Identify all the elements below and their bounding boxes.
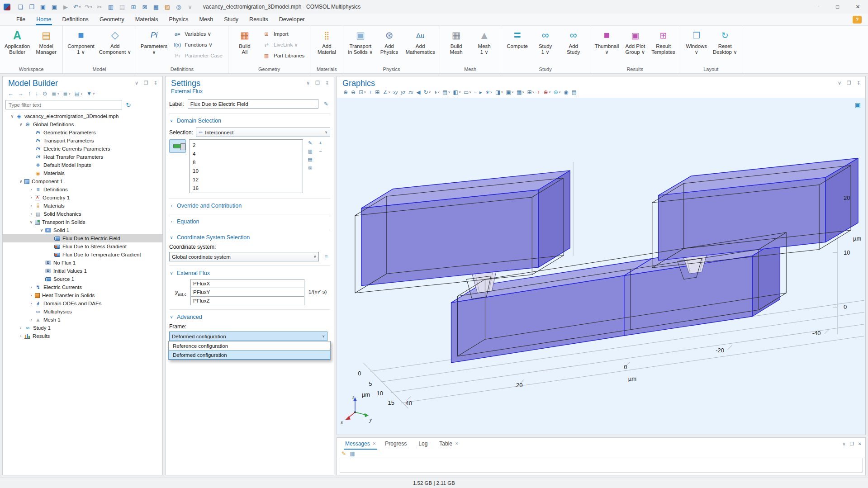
plot-window-icon[interactable]: ▣ [855,101,861,109]
menu-mesh[interactable]: Mesh [194,14,219,24]
copy-log-icon[interactable]: ▥ [350,450,355,457]
variables-button[interactable]: a= Variables ∨ [170,28,226,39]
close-button[interactable]: ✕ [848,0,868,14]
tree-item[interactable]: ∨ Transport in Solids [3,218,162,226]
tree-expander-icon[interactable]: › [28,212,34,216]
panel-menu-icon[interactable]: ∨ [133,80,140,86]
tree-expander-icon[interactable]: ∨ [28,220,34,224]
active-toggle[interactable] [169,139,186,153]
zoom-box-icon[interactable]: ⊡∨ [357,88,367,96]
tree-item[interactable]: › A Geometry 1 [3,194,162,202]
float-panel-icon[interactable]: ❐ [314,80,321,86]
tree-item[interactable]: Pi Transport Parameters [3,137,162,145]
section-coordinate-system[interactable]: ∨ Coordinate System Selection [169,233,330,242]
zx-view-icon[interactable]: zx [407,89,415,96]
livelink-button[interactable]: ⇄ LiveLink ∨ [259,39,308,50]
tab-progress[interactable]: Progress [380,438,414,450]
flux-input[interactable] [190,279,304,288]
pin-panel-icon[interactable]: ↧ [324,80,330,86]
grid-icon[interactable]: ▦∨ [515,88,526,96]
zoom-in-icon[interactable]: ⊕ [342,88,350,96]
section-equation[interactable]: › Equation [169,218,330,226]
transparency-icon[interactable]: ◨∨ [494,88,504,96]
print-icon[interactable]: ▤ [570,88,578,96]
move-down-icon[interactable]: ↓ [33,90,41,98]
domain-list-item[interactable]: 10 [190,167,303,175]
menu-materials[interactable]: Materials [130,14,164,24]
tree-item[interactable]: ∨ D Solid 1 [3,226,162,234]
tree-item[interactable]: ∞ Multiphysics [3,308,162,316]
minimize-button[interactable]: – [807,0,827,14]
result-templates-button[interactable]: ⊞ Result Templates [649,27,677,55]
back-icon[interactable]: ← [6,90,16,98]
menu-geometry[interactable]: Geometry [94,14,130,24]
study-1-button[interactable]: ∞ Study 1 ∨ [531,27,560,55]
model-tree-view-icon[interactable]: ▤∨ [72,90,84,98]
float-messages-icon[interactable]: ❐ [850,441,854,446]
windows-button[interactable]: ❐ Windows ∨ [683,27,711,55]
dropdown-option[interactable]: Deformed configuration [169,351,330,360]
tree-expander-icon[interactable]: › [18,326,24,330]
tree-item[interactable]: › ▤ Solid Mechanics [3,210,162,218]
tree-item[interactable]: ❖ Default Model Inputs [3,161,162,169]
preview-icon[interactable]: ◎ [173,1,185,12]
section-external-flux[interactable]: ∨ External Flux [169,269,330,277]
tree-expander-icon[interactable]: › [18,334,24,338]
rotate-icon[interactable]: ↻∨ [422,88,432,96]
clear-log-icon[interactable]: ✎ [342,450,346,457]
tree-item[interactable]: › ∞ Study 1 [3,324,162,332]
close-tab-icon[interactable]: ✕ [373,441,376,446]
section-override-and-contribution[interactable]: › Override and Contribution [169,202,330,210]
tree-item[interactable]: D No Flux 1 [3,259,162,267]
add-physics-button[interactable]: ⊛ Add Physics [375,27,403,55]
view-orientation-icon[interactable]: ∠∨ [381,88,392,96]
tree-item[interactable]: › ↯ Electric Currents [3,283,162,291]
maximize-button[interactable]: □ [827,0,848,14]
tree-item[interactable]: D Initial Values 1 [3,267,162,275]
add-plot-group-button[interactable]: ▣ Add Plot Group ∨ [621,27,649,55]
tree-item[interactable]: Pi Electric Currents Parameters [3,145,162,153]
sketch-icon[interactable]: ▨ [162,1,173,12]
filter-icon[interactable]: ▼∨ [85,90,97,98]
domain-list-item[interactable]: 4 [190,150,303,158]
tree-item[interactable]: Source 1 [3,275,162,283]
selection-combo[interactable]: ∾ Interconnect ∨ [196,128,330,137]
new-file-icon[interactable]: ❏ [15,1,26,12]
add-material-button[interactable]: ⣿ Add Material [313,27,341,55]
tab-table[interactable]: Table ✕ [435,438,463,450]
environment-icon[interactable]: ▤∨ [441,88,451,96]
arrow-select-icon[interactable]: ▸ [478,88,484,96]
new-selection-icon[interactable]: ✎ [306,139,314,147]
redo-icon[interactable]: ↷∨ [83,1,94,12]
remove-from-selection-icon[interactable]: − [317,147,324,155]
open-file-icon[interactable]: ❐ [26,1,38,12]
compute-button[interactable]: = Compute [503,27,531,55]
mesh-1-button[interactable]: ▲ Mesh 1 ∨ [470,27,498,55]
go-to-source-icon[interactable]: ≡ [322,253,330,261]
messages-menu-icon[interactable]: ∨ [842,441,845,446]
paste-icon[interactable]: ▤ [117,1,128,12]
flux-input[interactable] [190,288,304,297]
tree-item[interactable]: › Heat Transfer in Solids [3,291,162,299]
build-mesh-button[interactable]: ▦ Build Mesh [442,27,470,55]
label-input[interactable] [188,99,318,109]
copy-selection-icon[interactable]: ▥ [306,147,314,155]
tree-expander-icon[interactable]: ∨ [18,122,24,127]
dropdown-option[interactable]: Reference configuration [169,341,330,351]
flux-input[interactable] [190,296,304,305]
tree-expander-icon[interactable]: › [28,285,34,289]
tree-item[interactable]: Flux Due to Temperature Gradient [3,251,162,259]
yz-view-icon[interactable]: yz [399,89,407,96]
expand-all-icon[interactable]: ≣∨ [61,90,72,98]
tree-expander-icon[interactable]: › [28,301,34,306]
copy-icon[interactable]: ▥ [105,1,117,12]
xy-view-icon[interactable]: xy [392,89,399,96]
float-panel-icon[interactable]: ❐ [846,80,852,86]
reset-desktop-button[interactable]: ↻ Reset Desktop ∨ [711,27,740,55]
coordinate-system-combo[interactable]: Global coordinate system ∨ [169,252,319,261]
pin-panel-icon[interactable]: ↧ [855,80,862,86]
box-select-icon[interactable]: ▫ [473,88,478,96]
build-all-button[interactable]: ▦ Build All [231,27,259,55]
domain-list[interactable]: 248101216 [189,139,303,193]
domain-list-item[interactable]: 8 [190,158,303,167]
